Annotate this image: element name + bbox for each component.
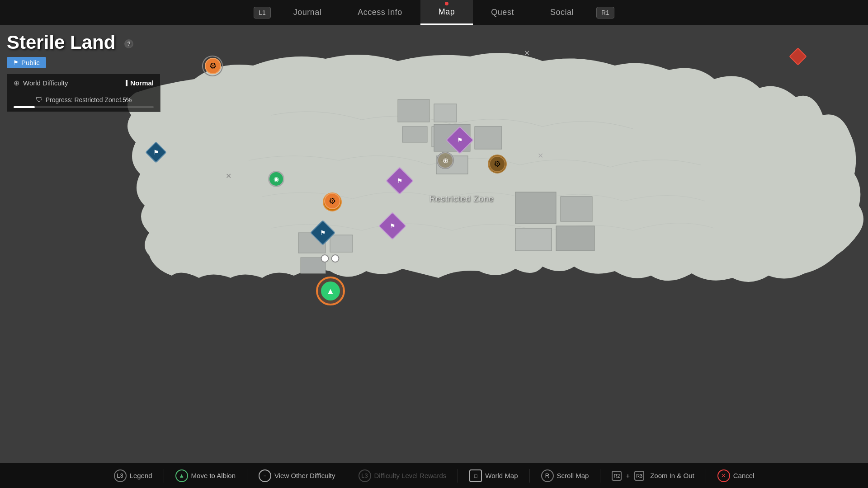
nav-item-social[interactable]: Social: [532, 0, 592, 25]
svg-rect-13: [330, 235, 353, 252]
world-icon: ⊕: [14, 79, 19, 87]
separator-4: [458, 469, 458, 483]
separator-5: [529, 469, 530, 483]
marker-purple-mid-left[interactable]: ⚑: [390, 171, 410, 191]
move-to-button-icon: ▲: [175, 469, 188, 482]
progress-pct: 15%: [119, 96, 132, 103]
progress-label: 🛡 Progress: Restricted Zone: [36, 96, 119, 104]
marker-gear-center[interactable]: ⚙: [324, 193, 340, 209]
marker-purple-mid-right[interactable]: ⚑: [382, 216, 402, 236]
nav-item-map[interactable]: Map: [420, 0, 473, 25]
scroll-map-action[interactable]: R Scroll Map: [532, 469, 598, 482]
info-panel: Sterile Land ? Public ⊕ World Difficulty…: [7, 32, 160, 112]
svg-text:✕: ✕: [226, 172, 231, 180]
white-dot-1: [321, 254, 329, 263]
difficulty-bar: [126, 80, 127, 86]
marker-brown-gear[interactable]: ⚙: [489, 156, 505, 172]
separator-2: [247, 469, 247, 483]
marker-red-top-right[interactable]: [792, 50, 804, 63]
view-other-button-icon: ≡: [259, 469, 271, 482]
marker-gear-top[interactable]: ⚙: [205, 58, 221, 74]
zoom-action[interactable]: R2 + R3 Zoom In & Out: [603, 471, 703, 481]
blue-flag-icon: ⚑: [145, 141, 167, 163]
shield-icon: 🛡: [36, 96, 43, 104]
l1-button[interactable]: L1: [254, 7, 271, 19]
svg-rect-6: [475, 127, 502, 149]
zoom-r3-icon: R3: [634, 471, 644, 481]
access-badge: Public: [7, 57, 46, 68]
player-outer-ring: ▲: [316, 277, 345, 305]
player-inner-icon: ▲: [321, 282, 340, 300]
view-other-action[interactable]: ≡ View Other Difficulty: [250, 469, 344, 482]
svg-rect-8: [515, 192, 556, 224]
blue-diamond-marker: ⚑: [143, 140, 169, 165]
white-dots-group: [321, 254, 340, 263]
move-to-action[interactable]: ▲ Move to Albion: [166, 469, 245, 482]
legend-action[interactable]: L3 Legend: [105, 469, 161, 482]
cancel-button-icon: ✕: [717, 469, 730, 482]
green-spiral-icon: ◉: [268, 171, 284, 187]
svg-rect-1: [398, 99, 429, 122]
gear-icon-top: ⚙: [205, 58, 221, 74]
legend-button-icon: L3: [114, 469, 127, 482]
location-title: Sterile Land ?: [7, 32, 160, 53]
marker-blue-flag-left[interactable]: ⚑: [147, 143, 165, 161]
gear-icon-center: ⚙: [324, 193, 340, 209]
cancel-action[interactable]: ✕ Cancel: [708, 469, 764, 482]
svg-text:✕: ✕: [538, 152, 543, 160]
map-area[interactable]: gamez: [0, 25, 868, 463]
world-difficulty-row: ⊕ World Difficulty Normal: [7, 74, 160, 92]
svg-rect-10: [515, 228, 552, 251]
marker-green-circle[interactable]: ◉: [268, 171, 284, 187]
nav-item-journal[interactable]: Journal: [275, 0, 340, 25]
progress-row: 🛡 Progress: Restricted Zone 15%: [7, 92, 160, 112]
nav-item-access-info[interactable]: Access Info: [340, 0, 420, 25]
stats-box: ⊕ World Difficulty Normal 🛡 Progress: Re…: [7, 74, 160, 112]
svg-rect-3: [402, 127, 427, 142]
marker-white-dots: [321, 254, 340, 263]
svg-rect-2: [434, 104, 457, 122]
separator-7: [706, 469, 706, 483]
progress-bar-fill: [14, 106, 35, 108]
svg-rect-9: [561, 197, 592, 221]
r1-button[interactable]: R1: [596, 7, 614, 19]
marker-blue-center[interactable]: ⚑: [314, 224, 332, 242]
world-difficulty-value: Normal: [126, 79, 154, 87]
scroll-map-button-icon: R: [541, 469, 554, 482]
help-icon[interactable]: ?: [124, 39, 133, 48]
map-notification-dot: [445, 2, 448, 5]
player-marker[interactable]: ▲: [316, 277, 345, 305]
nav-item-quest[interactable]: Quest: [473, 0, 532, 25]
svg-rect-11: [556, 226, 594, 251]
red-diamond-icon: [789, 47, 807, 66]
svg-text:✕: ✕: [524, 49, 530, 57]
marker-crosshair-right[interactable]: ⊕: [437, 152, 453, 169]
separator-1: [164, 469, 164, 483]
difficulty-rewards-button-icon: L3: [359, 469, 371, 482]
marker-purple-top[interactable]: ⚑: [450, 130, 470, 150]
progress-bar-bg: [14, 106, 154, 108]
separator-6: [600, 469, 600, 483]
top-nav-bar: L1 Journal Access Info Map Quest Social …: [0, 0, 868, 25]
gear-icon-brown: ⚙: [489, 156, 505, 172]
bottom-bar: L3 Legend ▲ Move to Albion ≡ View Other …: [0, 463, 868, 488]
separator-3: [347, 469, 347, 483]
white-dot-2: [331, 254, 340, 263]
world-map-action[interactable]: □ World Map: [460, 469, 527, 482]
difficulty-rewards-action: L3 Difficulty Level Rewards: [349, 469, 456, 482]
world-difficulty-label: ⊕ World Difficulty: [14, 79, 68, 87]
zoom-r2-icon: R2: [612, 471, 622, 481]
world-map-button-icon: □: [469, 469, 482, 482]
